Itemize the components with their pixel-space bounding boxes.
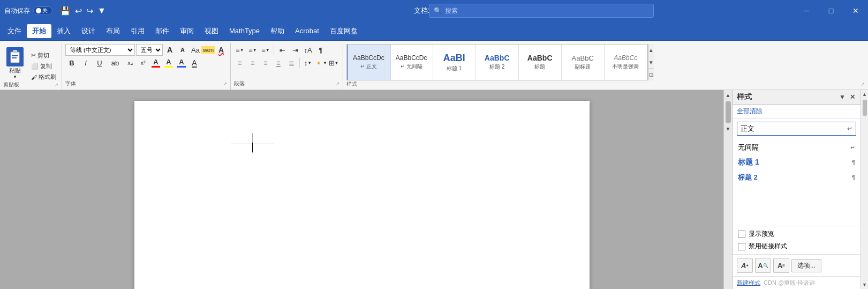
gallery-expand-button[interactable]: ⊡ — [648, 69, 654, 80]
style-inspector-button[interactable]: A 🔍 — [755, 258, 771, 273]
multilevel-button[interactable]: ≡▼ — [260, 44, 271, 56]
search-box[interactable]: 🔍 搜索 — [429, 4, 654, 18]
panel-scroll-down[interactable]: ▼ — [862, 280, 867, 289]
manage-styles-button[interactable]: A ≡ — [773, 258, 789, 273]
document-page[interactable] — [134, 101, 590, 289]
style-item-no-spacing[interactable]: AaBbCcDc ↵ 无间隔 — [390, 44, 433, 80]
menu-insert[interactable]: 插入 — [51, 24, 76, 38]
paste-button[interactable]: 粘贴 ▼ — [3, 45, 27, 81]
font-color-button[interactable]: A — [150, 57, 162, 69]
border-button[interactable]: A — [188, 57, 200, 69]
font-name-select[interactable]: 等线 (中文正文) — [65, 44, 135, 56]
decrease-indent-button[interactable]: ⇤ — [276, 44, 288, 56]
grow-font-button[interactable]: A — [164, 44, 176, 56]
show-preview-checkbox[interactable] — [738, 231, 745, 238]
menu-mailings[interactable]: 邮件 — [150, 24, 175, 38]
clear-all-button[interactable]: 全部清除 — [737, 107, 763, 115]
more-icon[interactable]: ▼ — [97, 6, 106, 16]
style-list-no-spacing[interactable]: 无间隔 ↵ — [733, 140, 861, 155]
sort-button[interactable]: ↕A — [302, 44, 314, 56]
menu-layout[interactable]: 布局 — [101, 24, 125, 38]
active-style-input[interactable]: 正文 ↵ — [737, 122, 856, 136]
subscript-button[interactable]: x₂ — [124, 57, 136, 69]
menu-baidu[interactable]: 百度网盘 — [324, 24, 363, 38]
numbering-button[interactable]: ≡▼ — [247, 44, 259, 56]
menu-home[interactable]: 开始 — [27, 24, 51, 38]
copy-button[interactable]: ⬜ 复制 — [29, 61, 58, 71]
menu-view[interactable]: 视图 — [199, 24, 224, 38]
menu-acrobat[interactable]: Acrobat — [290, 25, 324, 37]
style-list-heading2[interactable]: 标题 2 ¶ — [733, 170, 861, 185]
footer-new-style[interactable]: 新建样式 — [737, 279, 760, 287]
distributed-button[interactable]: ≣ — [285, 57, 297, 69]
italic-button[interactable]: I — [79, 57, 92, 69]
para-shading-button[interactable]: 🔸▼ — [315, 57, 327, 69]
scroll-down-button[interactable]: ▼ — [724, 125, 732, 133]
close-button[interactable]: ✕ — [843, 0, 868, 21]
line-spacing-button[interactable]: ↕▼ — [302, 57, 314, 69]
style-item-heading1[interactable]: AaBl 标题 1 — [433, 44, 476, 80]
menu-review[interactable]: 审阅 — [175, 24, 199, 38]
cut-button[interactable]: ✂ 剪切 — [29, 50, 58, 61]
bold-button[interactable]: B — [65, 57, 78, 69]
justify-button[interactable]: ≡ — [273, 57, 284, 69]
shrink-font-button[interactable]: A — [177, 44, 188, 56]
redo-icon[interactable]: ↪ — [86, 6, 93, 16]
styles-expand[interactable]: ↗ — [861, 82, 865, 87]
scroll-up-button[interactable]: ▲ — [724, 91, 732, 99]
panel-scroll-up[interactable]: ▲ — [862, 90, 867, 99]
undo-icon[interactable]: ↩ — [75, 6, 82, 16]
show-preview-row[interactable]: 显示预览 — [738, 229, 855, 239]
document-canvas[interactable] — [0, 90, 723, 289]
gallery-up-button[interactable]: ▲ — [648, 44, 654, 56]
new-style-button[interactable]: A + — [737, 258, 753, 273]
minimize-button[interactable]: ─ — [794, 0, 819, 21]
styles-panel-down-icon[interactable]: ▼ — [838, 92, 847, 102]
para-borders-icon: ⊞ — [329, 59, 335, 67]
style-item-normal[interactable]: AaBbCcDc ↵ 正文 — [347, 44, 390, 80]
align-left-button[interactable]: ≡ — [234, 57, 246, 69]
increase-indent-button[interactable]: ⇥ — [289, 44, 301, 56]
active-style-arrow[interactable]: ↵ — [847, 125, 852, 132]
para-expand[interactable]: ↗ — [336, 81, 339, 86]
style-item-subtle-emph[interactable]: AaBbCc 不明显强调 — [605, 44, 647, 80]
style-list-heading1[interactable]: 标题 1 ¶ — [733, 155, 861, 170]
underline-button[interactable]: U — [93, 57, 106, 69]
text-highlight-button[interactable]: A — [163, 57, 175, 69]
superscript-button[interactable]: x² — [137, 57, 149, 69]
style-subtle-emph-label: 不明显强调 — [612, 63, 639, 70]
styles-panel-close-icon[interactable]: ✕ — [849, 92, 856, 102]
maximize-button[interactable]: □ — [819, 0, 843, 21]
para-borders-button[interactable]: ⊞▼ — [328, 57, 339, 69]
autosave-toggle[interactable]: 关 — [33, 6, 52, 15]
style-item-subtitle[interactable]: AaBbC 副标题 — [562, 44, 605, 80]
align-right-button[interactable]: ≡ — [260, 57, 271, 69]
strikethrough-button[interactable]: ab — [107, 57, 123, 69]
menu-help[interactable]: 帮助 — [265, 24, 290, 38]
panel-scroll-thumb[interactable] — [863, 100, 867, 116]
save-icon[interactable]: 💾 — [60, 6, 71, 16]
menu-references[interactable]: 引用 — [125, 24, 150, 38]
style-item-title[interactable]: AaBbC 标题 — [519, 44, 562, 80]
font-expand[interactable]: ↗ — [223, 81, 227, 86]
show-marks-button[interactable]: ¶ — [315, 44, 327, 56]
style-item-heading2[interactable]: AaBbC 标题 2 — [476, 44, 519, 80]
menu-design[interactable]: 设计 — [76, 24, 101, 38]
style-gallery: AaBbCcDc ↵ 正文 AaBbCcDc ↵ 无间隔 AaBl 标题 1 A… — [346, 44, 648, 80]
font-size-select[interactable]: 五号 — [136, 44, 163, 56]
options-button[interactable]: 选项... — [791, 259, 821, 272]
align-center-button[interactable]: ≡ — [247, 57, 259, 69]
bullets-button[interactable]: ≡▼ — [234, 44, 246, 56]
highlight-clear-button[interactable]: wen — [202, 44, 214, 56]
change-case-button[interactable]: Aa — [190, 44, 201, 56]
scroll-thumb[interactable] — [726, 101, 731, 123]
font-clear-button[interactable]: A — [215, 44, 227, 56]
menu-file[interactable]: 文件 — [2, 24, 27, 38]
menu-mathtype[interactable]: MathType — [224, 25, 265, 37]
clipboard-expand[interactable]: ↗ — [55, 83, 58, 87]
gallery-down-button[interactable]: ▼ — [648, 56, 654, 69]
styles-list: 无间隔 ↵ 标题 1 ¶ 标题 2 ¶ — [733, 139, 861, 226]
disable-link-checkbox[interactable] — [738, 243, 745, 250]
shading-button[interactable]: A — [176, 57, 187, 69]
disable-link-row[interactable]: 禁用链接样式 — [738, 242, 855, 251]
